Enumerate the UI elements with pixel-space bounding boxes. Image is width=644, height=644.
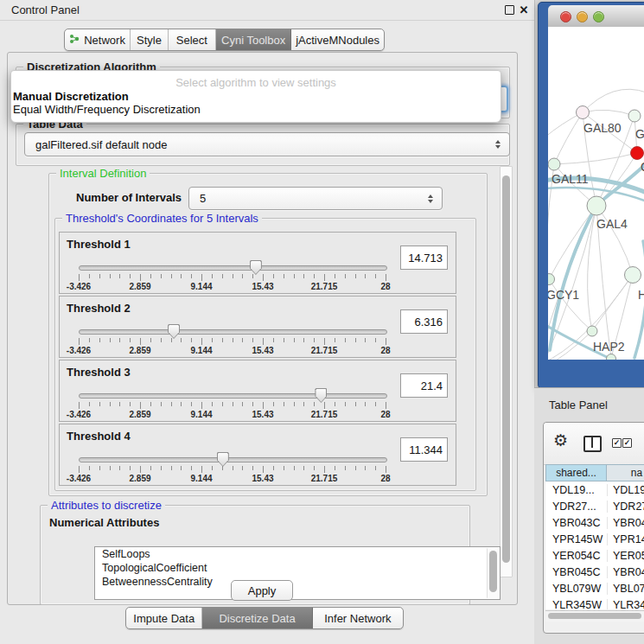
checkbox-icon[interactable]: ✓ (622, 438, 632, 448)
vertical-scrollbar[interactable] (500, 166, 513, 577)
threshold-panel: Threshold 1-3.4262.8599.14415.4321.71528 (59, 232, 456, 294)
slider-tick-label: 15.43 (244, 410, 282, 419)
slider-tick (303, 274, 304, 278)
attribute-list-item[interactable]: BetweennessCentrality (95, 575, 500, 589)
column-header-name[interactable]: na (607, 464, 644, 481)
column-header-shared-name[interactable]: shared... (545, 464, 607, 481)
cell-name: YDL19 (607, 484, 644, 496)
network-edge-thick (550, 163, 644, 350)
slider-tick (294, 338, 295, 342)
scrollbar-thumb[interactable] (489, 551, 497, 592)
network-window-titlebar[interactable] (548, 5, 644, 28)
checkbox-icon[interactable]: ✓ (612, 438, 622, 448)
slider-tick (263, 466, 264, 473)
slider-tick (99, 338, 100, 342)
slider-tick (79, 466, 80, 473)
numerical-attributes-list[interactable]: SelfLoopsTopologicalCoefficientBetweenne… (94, 546, 501, 600)
slider-tick (212, 402, 213, 406)
gear-icon[interactable]: ⚙︎ (553, 432, 568, 449)
table-row[interactable]: YDL19...YDL19 (545, 481, 644, 498)
slider-thumb[interactable] (315, 388, 327, 403)
slider-tick (119, 402, 120, 406)
tab-select[interactable]: Select (169, 29, 216, 50)
slider-tick (89, 274, 90, 278)
cell-shared-name: YDR27... (545, 501, 607, 513)
table-data-combobox[interactable]: galFiltered.sif default node (24, 132, 510, 156)
slider-tick (201, 338, 202, 345)
slider-tick (335, 466, 335, 470)
slider-tick (345, 274, 346, 278)
network-node[interactable] (625, 267, 641, 284)
threshold-panel: Threshold 3-3.4262.8599.14415.4321.71528 (59, 360, 456, 422)
slider-tick (252, 402, 253, 406)
slider-tick (263, 338, 264, 345)
slider-track[interactable] (79, 393, 387, 399)
network-node[interactable] (548, 158, 560, 170)
table-panel-box: ⚙︎ ✓ ✓ shared... na YDL19...YDL19YDR27..… (543, 422, 644, 634)
slider-tick-label: 9.144 (182, 474, 220, 483)
tab-network[interactable]: Network (65, 29, 131, 50)
attribute-list-item[interactable]: TopologicalCoefficient (95, 561, 500, 575)
table-row[interactable]: YPR145WYPR14 (545, 531, 644, 547)
popup-option-equal-width-frequency[interactable]: Equal Width/Frequency Discretization (13, 103, 201, 116)
slider-track[interactable] (79, 457, 387, 462)
scrollbar-thumb[interactable] (548, 613, 641, 619)
threshold-value-field[interactable] (400, 309, 448, 334)
table-row[interactable]: YDR27...YDR27 (545, 498, 644, 514)
slider-thumb[interactable] (217, 452, 229, 467)
table-row[interactable]: YLR345WYLR34 (545, 596, 644, 609)
minimize-traffic-light[interactable] (577, 11, 588, 22)
apply-button[interactable]: Apply (231, 580, 293, 601)
network-node[interactable] (628, 110, 641, 122)
network-node[interactable] (587, 196, 606, 215)
network-node[interactable] (631, 147, 644, 160)
slider-tick (375, 274, 376, 278)
network-node[interactable] (607, 354, 616, 360)
slider-thumb[interactable] (250, 260, 262, 275)
network-canvas[interactable]: GAL80GACGAL11GAL4GCY1HHAP2 (548, 27, 644, 360)
cell-shared-name: YER054C (545, 550, 607, 562)
slider-tick (99, 274, 100, 278)
attribute-list-item[interactable]: SelfLoops (95, 547, 500, 561)
slider-track[interactable] (79, 329, 387, 335)
close-traffic-light[interactable] (560, 11, 571, 22)
network-node-label: HAP2 (593, 340, 625, 354)
popup-option-manual-discretization[interactable]: Manual Discretization (13, 90, 129, 103)
threshold-value-field[interactable] (400, 245, 448, 270)
slider-tick (252, 466, 253, 470)
network-node-label: GA (635, 127, 644, 141)
table-row[interactable]: YER054CYER05 (545, 547, 644, 564)
close-icon[interactable]: ✕ (518, 3, 530, 16)
column-layout-icon[interactable] (583, 436, 602, 452)
zoom-traffic-light[interactable] (593, 11, 604, 22)
table-row[interactable]: YBR045CYBR04 (545, 564, 644, 580)
cell-shared-name: YDL19... (545, 484, 607, 496)
network-node[interactable] (548, 274, 555, 285)
tab-infer-network[interactable]: Infer Network (313, 608, 403, 628)
table-row[interactable]: YBR043CYBR04 (545, 514, 644, 531)
network-node-label: GAL4 (596, 217, 628, 231)
tab-discretize-data[interactable]: Discretize Data (202, 608, 312, 628)
table-row[interactable]: YBL079WYBL07 (545, 580, 644, 596)
combo-stepper-icon (424, 194, 437, 203)
slider-thumb[interactable] (168, 324, 180, 339)
tab-jactivemnodules[interactable]: jActiveMNodules (291, 29, 384, 50)
threshold-panel: Threshold 2-3.4262.8599.14415.4321.71528 (59, 296, 456, 358)
slider-tick (273, 274, 274, 278)
slider-tick (375, 338, 376, 342)
threshold-value-field[interactable] (400, 373, 448, 398)
tab-impute-data[interactable]: Impute Data (126, 608, 202, 628)
threshold-value-field[interactable] (400, 437, 448, 462)
attributes-scrollbar[interactable] (487, 548, 499, 598)
network-node[interactable] (587, 326, 597, 336)
numerical-attributes-label: Numerical Attributes (49, 516, 159, 529)
tab-style[interactable]: Style (131, 29, 169, 50)
horizontal-scrollbar[interactable] (545, 610, 644, 622)
network-node[interactable] (577, 106, 590, 119)
scrollbar-thumb[interactable] (502, 175, 510, 563)
tab-cyni-toolbox[interactable]: Cyni Toolbox (216, 29, 291, 50)
slider-tick (303, 338, 304, 342)
slider-track[interactable] (79, 265, 387, 271)
number-of-intervals-combobox[interactable]: 5 (188, 187, 443, 210)
float-window-icon[interactable] (503, 3, 515, 16)
